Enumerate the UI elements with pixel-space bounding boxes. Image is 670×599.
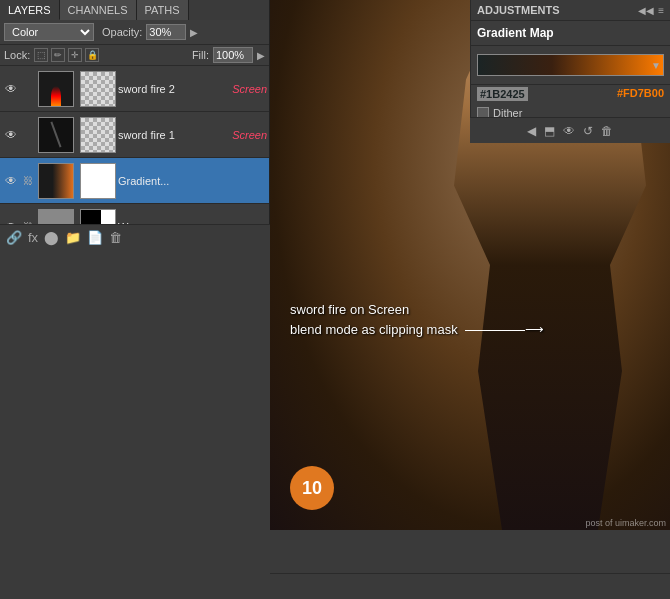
- fill-input[interactable]: [213, 47, 253, 63]
- add-group-icon[interactable]: 📁: [65, 230, 81, 245]
- adj-menu-icon[interactable]: ≡: [658, 5, 664, 16]
- adj-title: ADJUSTMENTS: [477, 4, 560, 16]
- thumb-dark-1: [39, 72, 73, 106]
- link-layers-icon[interactable]: 🔗: [6, 230, 22, 245]
- annotation-text: sword fire on Screenblend mode as clippi…: [290, 300, 544, 339]
- fill-label: Fill:: [192, 49, 209, 61]
- opacity-label: Opacity:: [102, 26, 142, 38]
- chain-icon-1: [22, 80, 34, 98]
- gradient-bar[interactable]: ▼: [477, 54, 664, 76]
- mask-checker-2: [81, 118, 115, 152]
- layer-name-3: Gradient...: [118, 175, 267, 187]
- adj-reset-icon[interactable]: ↺: [583, 124, 593, 138]
- tab-paths[interactable]: PATHS: [137, 0, 189, 20]
- adj-icons: ◀◀ ≡: [638, 5, 664, 16]
- lock-row: Lock: ⬚ ✏ ✛ 🔒 Fill: ▶: [0, 45, 269, 66]
- adj-back-icon[interactable]: ◀: [527, 124, 536, 138]
- eye-icon-1[interactable]: 👁: [2, 80, 20, 98]
- adj-eye-icon[interactable]: 👁: [563, 124, 575, 138]
- color-labels: #1B2425 #FD7B00: [471, 85, 670, 103]
- layers-bottom-bar: 🔗 fx ⬤ 📁 📄 🗑: [0, 224, 270, 250]
- adj-expand-icon[interactable]: ◀◀: [638, 5, 654, 16]
- layer-thumb-2: [38, 117, 74, 153]
- color-label-left[interactable]: #1B2425: [477, 87, 528, 101]
- layer-thumb-1: [38, 71, 74, 107]
- chain-icon-2: [22, 126, 34, 144]
- lock-pixels-icon[interactable]: ✏: [51, 48, 65, 62]
- adj-header: ADJUSTMENTS ◀◀ ≡: [471, 0, 670, 21]
- adjustments-panel: ADJUSTMENTS ◀◀ ≡ Gradient Map ▼ #1B2425 …: [470, 0, 670, 143]
- new-fill-icon[interactable]: ⬤: [44, 230, 59, 245]
- adj-subtitle: Gradient Map: [471, 21, 670, 46]
- layer-row-sword-fire-2[interactable]: 👁 sword fire 2 Screen: [0, 66, 269, 112]
- eye-icon-2[interactable]: 👁: [2, 126, 20, 144]
- layer-mask-3: [80, 163, 116, 199]
- adj-bottom-bar: ◀ ⬒ 👁 ↺ 🗑: [470, 117, 670, 143]
- thumb-sword-2: [39, 118, 73, 152]
- opacity-input[interactable]: [146, 24, 186, 40]
- layer-row-gradient[interactable]: 👁 ⛓ Gradient...: [0, 158, 269, 204]
- lock-all-icon[interactable]: 🔒: [85, 48, 99, 62]
- gradient-arrow: ▼: [651, 60, 661, 71]
- lock-position-icon[interactable]: ✛: [68, 48, 82, 62]
- layer-mask-2: [80, 117, 116, 153]
- layer-mask-1: [80, 71, 116, 107]
- step-badge: 10: [290, 466, 334, 510]
- new-layer-icon[interactable]: 📄: [87, 230, 103, 245]
- canvas-bottom-bar: [270, 573, 670, 599]
- layer-name-1: sword fire 2: [118, 83, 228, 95]
- blend-mode-select[interactable]: Color Normal Screen Multiply: [4, 23, 94, 41]
- color-label-right[interactable]: #FD7B00: [617, 87, 664, 101]
- eye-icon-3[interactable]: 👁: [2, 172, 20, 190]
- layers-panel: LAYERS CHANNELS PATHS Color Normal Scree…: [0, 0, 270, 250]
- opacity-arrow[interactable]: ▶: [190, 27, 198, 38]
- adj-clip-icon[interactable]: ⬒: [544, 124, 555, 138]
- thumb-fire-1: [51, 86, 61, 106]
- adj-delete-icon[interactable]: 🗑: [601, 124, 613, 138]
- fill-arrow[interactable]: ▶: [257, 50, 265, 61]
- mask-white-3: [81, 164, 115, 198]
- thumb-gradient-3: [39, 164, 73, 198]
- lock-label: Lock:: [4, 49, 30, 61]
- panel-tabs: LAYERS CHANNELS PATHS: [0, 0, 269, 20]
- delete-layer-icon[interactable]: 🗑: [109, 230, 122, 245]
- tab-channels[interactable]: CHANNELS: [60, 0, 137, 20]
- layer-name-2: sword fire 1: [118, 129, 228, 141]
- blend-mode-row: Color Normal Screen Multiply Opacity: ▶: [0, 20, 269, 45]
- lock-icons: ⬚ ✏ ✛ 🔒: [34, 48, 99, 62]
- layer-row-sword-fire-1[interactable]: 👁 sword fire 1 Screen: [0, 112, 269, 158]
- tab-layers[interactable]: LAYERS: [0, 0, 60, 20]
- watermark-bottom: post of uimaker.com: [585, 518, 666, 528]
- layer-blend-2: Screen: [232, 129, 267, 141]
- mask-checker-1: [81, 72, 115, 106]
- layer-blend-1: Screen: [232, 83, 267, 95]
- fx-icon[interactable]: fx: [28, 230, 38, 245]
- chain-icon-3: ⛓: [22, 172, 34, 190]
- layer-thumb-3: [38, 163, 74, 199]
- gradient-bar-container: ▼: [471, 46, 670, 85]
- lock-transparent-icon[interactable]: ⬚: [34, 48, 48, 62]
